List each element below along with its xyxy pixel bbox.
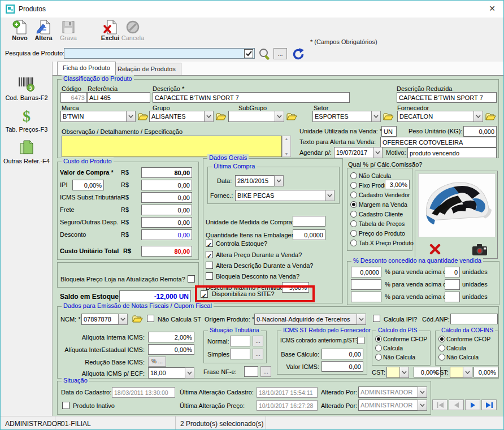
comissao-radio-cadastro-cliente[interactable]: [350, 211, 357, 218]
novo-button[interactable]: Novo: [7, 20, 32, 41]
subgrupo-combo[interactable]: [228, 111, 284, 122]
origem-combo[interactable]: [254, 314, 366, 325]
exclui-button[interactable]: Exclui: [98, 20, 123, 41]
chevron-down-icon[interactable]: [371, 111, 381, 122]
search-input[interactable]: [64, 50, 244, 57]
pis-radio-conforme-cfop[interactable]: [375, 336, 382, 342]
qtd-embalagem-field[interactable]: [293, 229, 325, 240]
pis-cst-combo[interactable]: [386, 367, 409, 378]
comissao-radio-tabx-preco[interactable]: [350, 240, 357, 246]
aliq-ecf-combo[interactable]: [148, 367, 194, 379]
altera-descricao-checkbox[interactable]: [206, 262, 213, 269]
chevron-down-icon[interactable]: [473, 111, 483, 122]
aliq-ecf-value[interactable]: [148, 367, 185, 379]
search-icon[interactable]: [258, 47, 271, 63]
chevron-down-icon[interactable]: [126, 111, 136, 122]
desconto-qty-field-3[interactable]: [445, 292, 460, 302]
frase-nfe-field[interactable]: [244, 366, 258, 377]
reducao-base-button[interactable]: % ...: [148, 357, 166, 367]
scroll-up-icon[interactable]: ▲: [285, 137, 289, 141]
pis-radio-calcula[interactable]: [375, 345, 382, 351]
comissao-radio-nao-calcula[interactable]: [350, 172, 357, 179]
chevron-down-icon[interactable]: [275, 111, 284, 122]
chevron-down-icon[interactable]: [399, 367, 409, 378]
cod-anp-field[interactable]: [450, 314, 498, 324]
unidade-venda-field[interactable]: [381, 126, 397, 137]
chevron-down-icon[interactable]: [325, 190, 334, 201]
grupo-folder-icon[interactable]: [216, 112, 227, 120]
sit-simples-field[interactable]: [230, 349, 250, 359]
sit-simples-dots-button[interactable]: ...: [253, 349, 263, 359]
unidade-medida-field[interactable]: [293, 216, 325, 227]
ipi-valor-field[interactable]: [141, 180, 192, 190]
refresh-icon[interactable]: [292, 47, 305, 62]
close-icon[interactable]: ✕: [489, 4, 496, 13]
setor-value[interactable]: [312, 111, 371, 122]
subgrupo-value[interactable]: [228, 111, 275, 122]
fornecedor-value[interactable]: [397, 111, 473, 122]
camera-icon[interactable]: [472, 244, 488, 258]
search-more-button[interactable]: ...: [273, 48, 287, 59]
setor-combo[interactable]: [312, 111, 381, 122]
grupo-combo[interactable]: [149, 111, 214, 122]
desconto-field[interactable]: [141, 229, 192, 240]
motivo-field[interactable]: [407, 147, 497, 158]
icms-st-field[interactable]: [141, 192, 192, 203]
descricao-reduzida-field[interactable]: [397, 92, 497, 103]
icms-cobrado-checkbox[interactable]: [357, 337, 364, 344]
subgrupo-folder-icon[interactable]: [286, 112, 297, 120]
marca-value[interactable]: [60, 111, 126, 122]
sidebar-item-tab-precos[interactable]: $ Tab. Preços-F3: [1, 108, 53, 133]
marca-combo[interactable]: [60, 111, 136, 122]
cofins-cst-combo[interactable]: [450, 367, 472, 378]
cofins-pct-field[interactable]: [473, 367, 498, 377]
alerta-field[interactable]: [380, 137, 497, 147]
setor-folder-icon[interactable]: [383, 112, 394, 120]
ipi-pct-field[interactable]: [72, 180, 104, 190]
comissao-radio-margem-venda[interactable]: [350, 201, 357, 208]
disponibiliza-site-checkbox[interactable]: [201, 290, 208, 298]
chevron-down-icon[interactable]: [185, 367, 194, 379]
desconto-qty-field-2[interactable]: [445, 279, 460, 290]
fornecedor-combo[interactable]: [397, 111, 483, 122]
sit-normal-field[interactable]: [230, 336, 250, 346]
comissao-radio-fixo-produto[interactable]: [350, 182, 357, 189]
desconto-pct-field-2[interactable]: [351, 279, 381, 290]
bloqueio-checkbox[interactable]: [188, 275, 195, 283]
referencia-field[interactable]: [87, 92, 150, 103]
desconto-pct-field-3[interactable]: [351, 292, 381, 302]
tab-ficha-do-produto[interactable]: Ficha do Produto: [57, 62, 116, 75]
valor-compra-field[interactable]: [141, 167, 192, 178]
nav-next-button[interactable]: [465, 399, 480, 410]
chevron-down-icon[interactable]: [373, 147, 383, 158]
peso-field[interactable]: [463, 126, 497, 137]
valor-icms-field[interactable]: [321, 361, 363, 372]
chevron-down-icon[interactable]: [274, 175, 284, 186]
comissao-radio-tabela-precos[interactable]: [350, 220, 357, 227]
remove-image-icon[interactable]: [429, 244, 441, 257]
comissao-radio-preco-produto[interactable]: [350, 230, 357, 237]
chevron-down-icon[interactable]: [463, 367, 472, 378]
ncm-combo[interactable]: [81, 314, 128, 325]
altera-button[interactable]: Altera: [31, 20, 56, 41]
chevron-down-icon[interactable]: [357, 314, 366, 325]
frete-field[interactable]: [141, 205, 192, 215]
sidebar-item-outras-refer[interactable]: Outras Refer.-F4: [1, 140, 53, 164]
sit-normal-dots-button[interactable]: ...: [253, 336, 263, 346]
origem-value[interactable]: [254, 314, 357, 325]
desconto-pct-field-1[interactable]: [351, 267, 381, 277]
observacao-scrollbar[interactable]: ▲▼: [282, 136, 291, 157]
frase-nfe-dots-button[interactable]: ...: [260, 366, 271, 377]
controla-estoque-checkbox[interactable]: [206, 240, 213, 247]
fornec-compra-combo[interactable]: [235, 190, 334, 201]
cofins-cst-value[interactable]: [450, 367, 463, 378]
sidebar-item-cod-barras[interactable]: 3 Cod. Barras-F2: [1, 76, 53, 101]
aliq-interestadual-field[interactable]: [148, 344, 194, 355]
seguro-field[interactable]: [141, 217, 192, 228]
pis-cst-value[interactable]: [386, 367, 399, 378]
fornecedor-folder-icon[interactable]: [485, 112, 496, 120]
search-checkbox[interactable]: [244, 49, 253, 58]
fornec-compra-value[interactable]: [235, 190, 325, 201]
scroll-down-icon[interactable]: ▼: [285, 152, 289, 156]
agendar-date-combo[interactable]: [334, 147, 383, 158]
